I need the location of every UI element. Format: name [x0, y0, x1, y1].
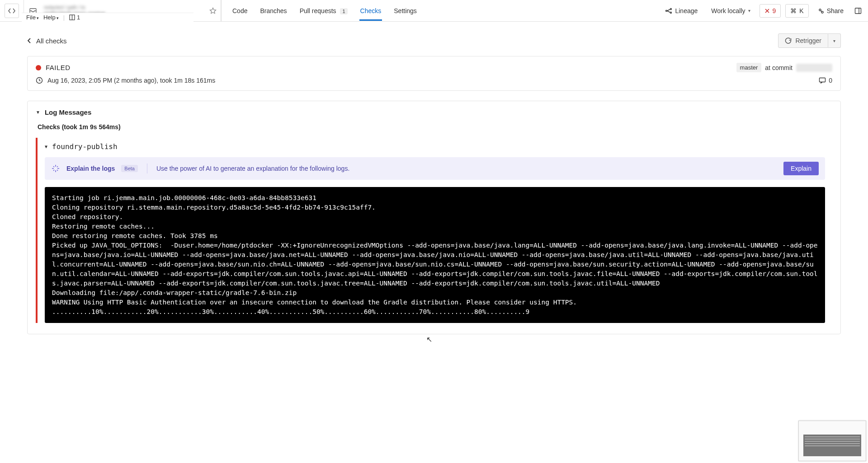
share-button[interactable]: Share [813, 4, 848, 18]
clock-icon [36, 77, 43, 84]
svg-rect-11 [820, 78, 826, 82]
tab-checks[interactable]: Checks [359, 1, 382, 21]
log-terminal[interactable]: Starting job ri.jemma.main.job.00000006-… [45, 187, 825, 323]
svg-point-4 [670, 8, 672, 9]
panel-toggle[interactable]: 1 [69, 14, 80, 21]
help-menu[interactable]: Help▾ [43, 14, 59, 21]
lineage-button[interactable]: Lineage [660, 4, 702, 18]
chevron-down-icon: ▾ [748, 8, 750, 13]
task-header[interactable]: ▼ foundry-publish [45, 142, 825, 151]
svg-point-7 [821, 11, 823, 13]
svg-point-6 [819, 9, 821, 11]
explain-logs-bar: Explain the logs Beta Use the power of A… [45, 157, 825, 180]
sidebar-toggle[interactable] [853, 4, 863, 18]
branch-pill[interactable]: master [736, 63, 762, 72]
checks-timing: Checks (took 1m 9s 564ms) [38, 123, 832, 131]
command-icon: ⌘ [790, 7, 797, 14]
at-commit-label: at commit [765, 64, 793, 71]
refresh-icon [785, 37, 792, 44]
explain-title: Explain the logs [66, 165, 115, 172]
tab-branches[interactable]: Branches [259, 1, 288, 21]
breadcrumb-path: redacted / path / to [44, 5, 200, 10]
tab-settings[interactable]: Settings [393, 1, 418, 21]
commit-hash[interactable] [796, 64, 832, 72]
back-all-checks[interactable]: All checks [27, 37, 67, 45]
pr-count-badge: 1 [340, 8, 347, 14]
close-icon [764, 8, 770, 14]
chevron-left-icon [27, 37, 32, 44]
status-dot-failed [36, 65, 41, 70]
sparkle-icon [51, 164, 60, 173]
status-badge: FAILED [46, 64, 71, 71]
chevron-down-icon: ▾ [833, 38, 835, 43]
code-icon[interactable] [5, 4, 19, 18]
svg-point-5 [670, 12, 672, 13]
star-icon[interactable] [205, 0, 221, 22]
svg-point-3 [666, 10, 667, 11]
svg-rect-8 [855, 8, 861, 14]
file-menu[interactable]: File▾ [26, 14, 39, 21]
panel-icon [854, 7, 862, 14]
explain-description: Use the power of AI to generate an expla… [156, 165, 349, 172]
lineage-icon [665, 7, 672, 14]
tab-pull-requests[interactable]: Pull requests 1 [299, 1, 349, 21]
explain-button[interactable]: Explain [783, 162, 819, 175]
triangle-down-icon: ▼ [45, 144, 47, 149]
work-locally-button[interactable]: Work locally ▾ [707, 4, 755, 18]
beta-badge: Beta [121, 165, 138, 172]
triangle-down-icon: ▼ [36, 110, 40, 115]
comment-icon [819, 77, 826, 84]
share-icon [818, 8, 824, 14]
tab-code[interactable]: Code [231, 1, 248, 21]
retrigger-dropdown[interactable]: ▾ [828, 33, 841, 48]
errors-button[interactable]: 9 [760, 4, 781, 18]
retrigger-button[interactable]: Retrigger [778, 33, 828, 48]
log-messages-header[interactable]: ▼ Log Messages [36, 108, 832, 116]
timestamp: Aug 16, 2023, 2:05 PM (2 months ago), to… [47, 77, 215, 84]
comments-button[interactable]: 0 [819, 77, 832, 84]
command-k-button[interactable]: ⌘ K [785, 4, 808, 18]
